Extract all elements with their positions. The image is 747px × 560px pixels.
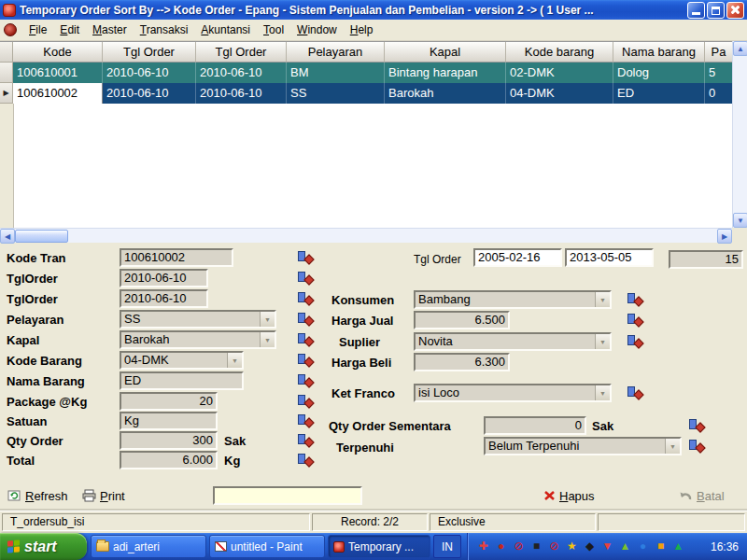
chevron-down-icon[interactable]: ▼ <box>260 312 275 327</box>
scroll-left-icon[interactable]: ◀ <box>0 229 15 244</box>
total-field[interactable]: 6.000 <box>120 451 218 469</box>
tgl-order-from-field[interactable]: 2005-02-16 <box>473 248 562 267</box>
tray-icon[interactable]: ✚ <box>474 533 492 560</box>
konsumen-lookup-icon[interactable] <box>627 292 644 306</box>
tray-icon[interactable]: ■ <box>528 533 545 560</box>
kapal-select[interactable]: Barokah ▼ <box>120 330 276 349</box>
satuan-field[interactable]: Kg <box>120 412 218 430</box>
vertical-scrollbar[interactable]: ▲ ▼ <box>732 41 747 228</box>
tray-icon[interactable]: ■ <box>652 533 669 560</box>
menu-tool[interactable]: Tool <box>257 21 290 39</box>
chevron-down-icon[interactable]: ▼ <box>227 353 242 368</box>
close-button[interactable] <box>726 2 744 19</box>
scrollbar-thumb[interactable] <box>15 230 68 243</box>
terpenuhi-select[interactable]: Belum Terpenuhi ▼ <box>484 437 682 455</box>
column-header-tgl-order-2[interactable]: Tgl Order <box>196 42 287 63</box>
cell[interactable]: 100610001 <box>13 63 103 83</box>
cell[interactable]: ED <box>613 83 705 104</box>
chevron-down-icon[interactable]: ▼ <box>260 332 275 347</box>
tray-icon[interactable]: ● <box>634 533 652 560</box>
column-header-kode[interactable]: Kode <box>13 42 103 63</box>
menu-akuntansi[interactable]: Akuntansi <box>194 21 257 39</box>
language-indicator[interactable]: IN <box>433 535 461 558</box>
tray-icon[interactable]: ⊘ <box>510 533 528 560</box>
cell[interactable]: 0 <box>705 83 732 104</box>
chevron-down-icon[interactable]: ▼ <box>595 385 610 400</box>
cell-editing[interactable]: 100610002 <box>13 83 103 104</box>
tray-icon[interactable]: ▲ <box>616 533 634 560</box>
cell[interactable]: BM <box>287 63 385 83</box>
menu-edit[interactable]: Edit <box>53 21 86 39</box>
scroll-right-icon[interactable]: ▶ <box>717 229 732 244</box>
konsumen-select[interactable]: Bambang ▼ <box>414 290 612 309</box>
cell[interactable]: 2010-06-10 <box>103 63 196 83</box>
minimize-button[interactable] <box>687 2 705 19</box>
total-lookup-icon[interactable] <box>297 453 315 467</box>
column-header-tgl-order-1[interactable]: Tgl Order <box>103 42 196 63</box>
cell[interactable]: SS <box>287 83 385 104</box>
batal-button[interactable]: Batal <box>678 486 725 505</box>
tray-icon[interactable]: ▲ <box>669 533 687 560</box>
tray-icon[interactable]: ◆ <box>581 533 599 560</box>
scroll-up-icon[interactable]: ▲ <box>733 41 747 56</box>
days-field[interactable]: 15 <box>669 250 743 269</box>
tray-icon[interactable]: ● <box>492 533 510 560</box>
suplier-select[interactable]: Novita ▼ <box>414 332 612 351</box>
hapus-button[interactable]: Hapus <box>543 486 595 505</box>
pelayaran-select[interactable]: SS ▼ <box>120 310 276 329</box>
menu-help[interactable]: Help <box>344 21 380 39</box>
cell[interactable]: 04-DMK <box>506 83 613 104</box>
ket-franco-select[interactable]: isi Loco ▼ <box>414 384 612 402</box>
harga-jual-field[interactable]: 6.500 <box>414 311 510 329</box>
cell[interactable]: 2010-06-10 <box>196 83 287 104</box>
column-header-pa[interactable]: Pa <box>705 42 732 63</box>
table-row[interactable]: 100610001 2010-06-10 2010-06-10 BM Binta… <box>0 63 732 83</box>
taskbar-item-temporary[interactable]: Temporary ... <box>328 535 430 558</box>
harga-jual-lookup-icon[interactable] <box>627 313 644 327</box>
kode-barang-select[interactable]: 04-DMK ▼ <box>120 351 244 370</box>
menu-window[interactable]: Window <box>290 21 344 39</box>
kapal-lookup-icon[interactable] <box>297 332 315 346</box>
qty-order-field[interactable]: 300 <box>120 431 218 450</box>
kode-tran-lookup-icon[interactable] <box>297 250 315 264</box>
terpenuhi-lookup-icon[interactable] <box>688 439 706 453</box>
kode-tran-field[interactable]: 100610002 <box>120 248 233 267</box>
column-header-kode-barang[interactable]: Kode barang <box>506 42 613 63</box>
chevron-down-icon[interactable]: ▼ <box>595 292 610 307</box>
package-kg-lookup-icon[interactable] <box>297 394 315 408</box>
maximize-button[interactable] <box>707 2 725 19</box>
package-kg-field[interactable]: 20 <box>120 392 218 411</box>
cell[interactable]: 2010-06-10 <box>196 63 287 83</box>
qty-order-lookup-icon[interactable] <box>297 433 315 447</box>
table-row[interactable]: ▶ 100610002 2010-06-10 2010-06-10 SS Bar… <box>0 83 732 104</box>
ket-franco-lookup-icon[interactable] <box>627 385 644 399</box>
cell[interactable]: 5 <box>705 63 732 83</box>
cell[interactable]: 2010-06-10 <box>103 83 196 104</box>
nama-barang-field[interactable]: ED <box>120 371 244 390</box>
cell[interactable]: 02-DMK <box>506 63 613 83</box>
column-header-pelayaran[interactable]: Pelayaran <box>287 42 385 63</box>
qty-sementara-lookup-icon[interactable] <box>688 418 706 432</box>
cell[interactable]: Barokah <box>385 83 506 104</box>
refresh-button[interactable]: Refresh <box>7 486 68 505</box>
scroll-down-icon[interactable]: ▼ <box>733 213 747 228</box>
taskbar-item-adi-arteri[interactable]: adi_arteri <box>91 535 206 558</box>
start-button[interactable]: start <box>0 533 87 560</box>
kode-barang-lookup-icon[interactable] <box>297 353 315 367</box>
tray-icon[interactable]: ▼ <box>599 533 616 560</box>
menu-logo-icon[interactable] <box>4 23 17 36</box>
pelayaran-lookup-icon[interactable] <box>297 312 315 326</box>
qty-sementara-field[interactable]: 0 <box>484 416 586 435</box>
note-input[interactable] <box>213 486 362 505</box>
horizontal-scrollbar[interactable]: ◀ ▶ <box>0 228 732 243</box>
tgl-order-b-field[interactable]: 2010-06-10 <box>120 289 208 308</box>
print-button[interactable]: Print <box>82 486 125 505</box>
cell[interactable]: Dolog <box>613 63 705 83</box>
tgl-order-b-lookup-icon[interactable] <box>297 291 315 305</box>
tray-icon[interactable]: ★ <box>563 533 581 560</box>
suplier-lookup-icon[interactable] <box>627 334 644 348</box>
tgl-order-a-lookup-icon[interactable] <box>297 271 315 285</box>
nama-barang-lookup-icon[interactable] <box>297 373 315 387</box>
tgl-order-to-field[interactable]: 2013-05-05 <box>565 248 654 267</box>
column-header-kapal[interactable]: Kapal <box>385 42 506 63</box>
